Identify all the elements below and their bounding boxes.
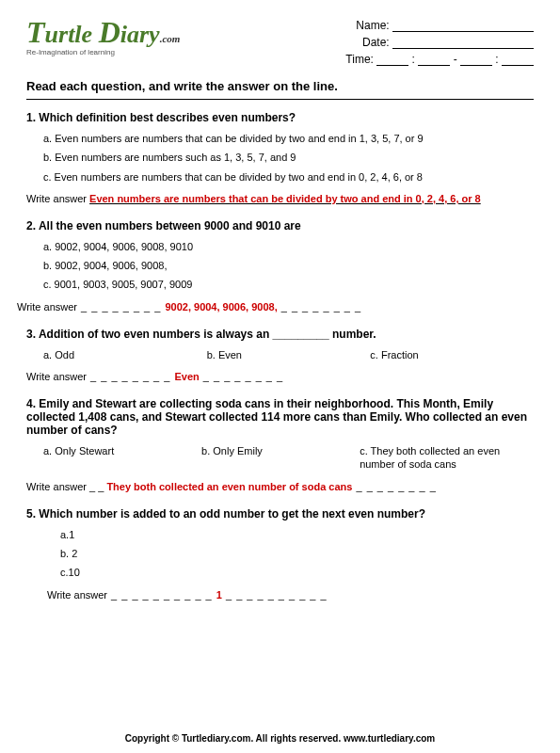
q1-option-c: c. Even numbers are numbers that can be … [43,170,534,184]
q3-option-c: c. Fraction [370,348,534,361]
q1-option-a: a. Even numbers are numbers that can be … [43,132,534,145]
q1-options: a. Even numbers are numbers that can be … [43,132,534,184]
q3-text: 3. Addition of two even numbers is alway… [26,328,534,341]
q5-answer-line: Write answer _ _ _ _ _ _ _ _ _ _ 1 _ _ _… [47,589,534,601]
q2-option-c: c. 9001, 9003, 9005, 9007, 9009 [43,278,534,291]
q2-option-b: b. 9002, 9004, 9006, 9008, [43,259,534,272]
q5-option-b: b. 2 [60,547,534,560]
question-1: 1. Which definition best describes even … [26,111,534,204]
time-field: Time: : - : [345,53,534,66]
divider [26,99,534,100]
student-info: Name: Date: Time: : - : [345,17,534,70]
name-field: Name: [345,19,534,32]
question-5: 5. Which number is added to an odd numbe… [26,507,534,601]
q2-answer: 9002, 9004, 9006, 9008, [165,301,277,312]
date-field: Date: [345,36,534,49]
q4-option-b: b. Only Emily [201,444,360,472]
q4-answer-line: Write answer _ _ They both collected an … [26,481,534,492]
q3-option-b: b. Even [207,348,371,361]
header: Turtle Diary.com Re-Imagination of learn… [26,17,534,70]
question-3: 3. Addition of two even numbers is alway… [26,328,534,382]
q2-option-a: a. 9002, 9004, 9006, 9008, 9010 [43,240,534,253]
q1-answer-line: Write answer Even numbers are numbers th… [26,193,534,204]
q4-options: a. Only Stewart b. Only Emily c. They bo… [43,444,534,472]
q3-answer-line: Write answer _ _ _ _ _ _ _ _ Even _ _ _ … [26,371,534,382]
q3-options: a. Odd b. Even c. Fraction [43,348,534,361]
q2-options: a. 9002, 9004, 9006, 9008, 9010 b. 9002,… [43,240,534,292]
q4-option-a: a. Only Stewart [43,444,201,472]
q1-text: 1. Which definition best describes even … [26,111,534,124]
q5-options: a.1 b. 2 c.10 [60,528,534,580]
q4-text: 4. Emily and Stewart are collecting soda… [26,397,534,437]
logo-text: Turtle Diary.com [26,17,180,47]
q1-option-b: b. Even numbers are numbers such as 1, 3… [43,151,534,164]
q4-option-c: c. They both collected an even number of… [360,444,534,472]
q5-option-c: c.10 [60,566,534,579]
q3-answer: Even [174,371,199,382]
question-4: 4. Emily and Stewart are collecting soda… [26,397,534,492]
q2-answer-line: Write answer _ _ _ _ _ _ _ _ 9002, 9004,… [17,301,534,312]
logo-tagline: Re-Imagination of learning [26,49,180,56]
q2-text: 2. All the even numbers between 9000 and… [26,219,534,232]
question-2: 2. All the even numbers between 9000 and… [26,219,534,312]
q1-answer: Even numbers are numbers that can be div… [89,193,481,204]
q4-answer: They both collected an even number of so… [106,481,352,492]
logo: Turtle Diary.com Re-Imagination of learn… [26,17,180,56]
instructions: Read each question, and write the answer… [26,79,534,93]
footer: Copyright © Turtlediary.com. All rights … [0,733,560,744]
q3-option-a: a. Odd [43,348,207,361]
q5-option-a: a.1 [60,528,534,541]
q5-text: 5. Which number is added to an odd numbe… [26,507,534,521]
